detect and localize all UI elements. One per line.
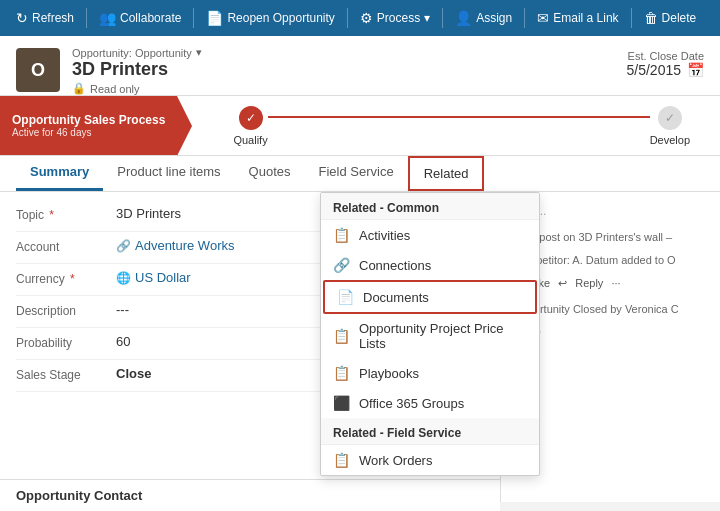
label-description: Description — [16, 302, 116, 318]
value-description: --- — [116, 302, 129, 317]
label-currency: Currency * — [16, 270, 116, 286]
qualify-circle: ✓ — [239, 106, 263, 130]
activities-icon: 📋 — [333, 227, 349, 243]
process-bar: Opportunity Sales Process Active for 46 … — [0, 96, 720, 156]
activity-3: Opportunity Closed by Veronica C — [513, 298, 708, 321]
breadcrumb: Opportunity: Opportunity ▾ — [72, 46, 202, 59]
record-header: O Opportunity: Opportunity ▾ 3D Printers… — [0, 36, 720, 96]
label-probability: Probability — [16, 334, 116, 350]
account-link[interactable]: 🔗 Adventure Works — [116, 238, 234, 253]
process-step-qualify: ✓ Qualify — [233, 106, 267, 146]
tab-product-line-items[interactable]: Product line items — [103, 156, 234, 191]
divider-5 — [524, 8, 525, 28]
collaborate-icon: 👥 — [99, 10, 116, 26]
value-sales-stage: Close — [116, 366, 151, 381]
value-topic: 3D Printers — [116, 206, 181, 221]
dropdown-item-playbooks[interactable]: 📋 Playbooks — [321, 358, 539, 388]
divider-6 — [631, 8, 632, 28]
develop-label: Develop — [650, 134, 690, 146]
breadcrumb-chevron-icon: ▾ — [196, 46, 202, 59]
value-currency: 🌐 US Dollar — [116, 270, 191, 285]
label-topic: Topic * — [16, 206, 116, 222]
value-account: 🔗 Adventure Works — [116, 238, 234, 253]
dropdown-item-connections[interactable]: 🔗 Connections — [321, 250, 539, 280]
dropdown-item-documents[interactable]: 📄 Documents — [323, 280, 537, 314]
tabs-bar: Summary Product line items Quotes Field … — [0, 156, 720, 192]
related-dropdown: Related - Common 📋 Activities 🔗 Connecti… — [320, 192, 540, 476]
record-title: 3D Printers — [72, 59, 202, 80]
tab-summary[interactable]: Summary — [16, 156, 103, 191]
tab-field-service[interactable]: Field Service — [305, 156, 408, 191]
divider-3 — [347, 8, 348, 28]
activity-1: Auto-post on 3D Printers's wall – — [513, 226, 708, 249]
action-divider-1: ↩ — [558, 277, 567, 290]
connections-icon: 🔗 — [333, 257, 349, 273]
step-line-1 — [268, 116, 650, 118]
email-link-button[interactable]: ✉ Email a Link — [529, 6, 626, 30]
tab-related[interactable]: Related — [408, 156, 485, 191]
label-sales-stage: Sales Stage — [16, 366, 116, 382]
main-content: Topic * 3D Printers Account 🔗 Adventure … — [0, 192, 720, 502]
assign-icon: 👤 — [455, 10, 472, 26]
readonly-indicator: 🔒 Read only — [72, 82, 202, 95]
process-icon: ⚙ — [360, 10, 373, 26]
price-lists-icon: 📋 — [333, 328, 349, 344]
currency-link-icon: 🌐 — [116, 271, 131, 285]
refresh-button[interactable]: ↻ Refresh — [8, 6, 82, 30]
currency-link[interactable]: 🌐 US Dollar — [116, 270, 191, 285]
activity-2: Competitor: A. Datum added to O — [513, 249, 708, 272]
calendar-icon[interactable]: 📅 — [687, 62, 704, 78]
tab-quotes[interactable]: Quotes — [235, 156, 305, 191]
collaborate-button[interactable]: 👥 Collaborate — [91, 6, 189, 30]
divider-2 — [193, 8, 194, 28]
process-steps: ✓ Qualify ✓ Develop — [203, 106, 720, 146]
process-step-develop: ✓ Develop — [650, 106, 690, 146]
work-orders-icon: 📋 — [333, 452, 349, 468]
office365-icon: ⬛ — [333, 395, 349, 411]
note-placeholder: note... — [513, 200, 708, 226]
label-account: Account — [16, 238, 116, 254]
dropdown-section-field-service: Related - Field Service — [321, 418, 539, 445]
account-link-icon: 🔗 — [116, 239, 131, 253]
assign-button[interactable]: 👤 Assign — [447, 6, 520, 30]
value-probability: 60 — [116, 334, 130, 349]
dropdown-item-activities[interactable]: 📋 Activities — [321, 220, 539, 250]
dropdown-item-office365[interactable]: ⬛ Office 365 Groups — [321, 388, 539, 418]
lock-icon: 🔒 — [72, 82, 86, 95]
activity-4: $0.00 — [513, 321, 708, 344]
required-topic: * — [49, 208, 54, 222]
est-close-date: 5/5/2015 📅 — [627, 62, 705, 78]
divider-1 — [86, 8, 87, 28]
more-button[interactable]: ··· — [611, 277, 620, 289]
qualify-label: Qualify — [233, 134, 267, 146]
opportunity-contact-section: Opportunity Contact — [0, 479, 500, 511]
est-close-section: Est. Close Date 5/5/2015 📅 — [627, 46, 705, 78]
dropdown-item-work-orders[interactable]: 📋 Work Orders — [321, 445, 539, 475]
process-stage: Opportunity Sales Process Active for 46 … — [0, 96, 177, 155]
est-close-label: Est. Close Date — [627, 50, 705, 62]
delete-button[interactable]: 🗑 Delete — [636, 6, 705, 30]
toolbar: ↻ Refresh 👥 Collaborate 📄 Reopen Opportu… — [0, 0, 720, 36]
refresh-icon: ↻ — [16, 10, 28, 26]
record-info: Opportunity: Opportunity ▾ 3D Printers 🔒… — [72, 46, 202, 95]
delete-icon: 🗑 — [644, 10, 658, 26]
process-chevron-icon: ▾ — [424, 11, 430, 25]
reopen-button[interactable]: 📄 Reopen Opportunity — [198, 6, 342, 30]
activity-actions: 😊 Like ↩ Reply ··· — [513, 277, 708, 290]
documents-icon: 📄 — [337, 289, 353, 305]
dropdown-section-common: Related - Common — [321, 193, 539, 220]
required-currency: * — [70, 272, 75, 286]
reopen-icon: 📄 — [206, 10, 223, 26]
divider-4 — [442, 8, 443, 28]
playbooks-icon: 📋 — [333, 365, 349, 381]
reply-button[interactable]: Reply — [575, 277, 603, 289]
process-button[interactable]: ⚙ Process ▾ — [352, 6, 438, 30]
dropdown-item-price-lists[interactable]: 📋 Opportunity Project Price Lists — [321, 314, 539, 358]
develop-circle: ✓ — [658, 106, 682, 130]
email-icon: ✉ — [537, 10, 549, 26]
avatar: O — [16, 48, 60, 92]
